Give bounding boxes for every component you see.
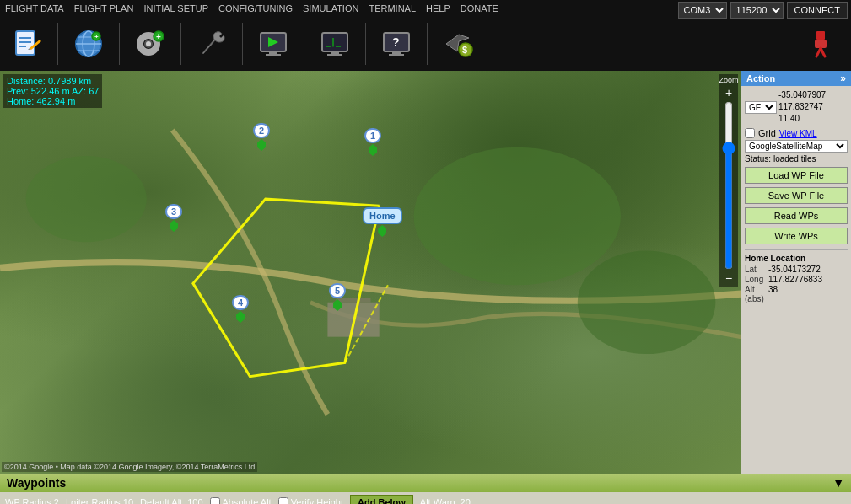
zoom-up-btn[interactable]: +: [725, 86, 732, 99]
zoom-label: Zoom: [719, 76, 739, 84]
add-below-button[interactable]: Add Below: [350, 495, 413, 504]
waypoint-3-marker[interactable]: 3: [165, 204, 182, 232]
default-alt-label: Default Alt: [140, 497, 182, 504]
action-header: Action »: [741, 71, 851, 86]
menu-flight-plan[interactable]: FLIGHT PLAN: [69, 2, 139, 15]
toolbar-simulation[interactable]: [251, 20, 295, 67]
grid-label: Grid: [758, 128, 776, 138]
waypoints-header: Waypoints ▼: [0, 474, 851, 492]
disconnect-area: [487, 27, 846, 61]
status-text: Status: loaded tiles: [745, 154, 848, 164]
toolbar-separator-1: [57, 23, 58, 65]
donate-icon: $: [441, 27, 475, 61]
home-alt-label: Alt (abs): [745, 285, 768, 303]
wp-1-label: 1: [364, 128, 381, 143]
waypoint-1-marker[interactable]: 1: [364, 128, 381, 156]
home-alt-value: 38: [768, 285, 778, 303]
menu-bar: FLIGHT DATA FLIGHT PLAN INITIAL SETUP CO…: [0, 0, 851, 17]
distance-text: Distance: 0.7989 km: [7, 76, 99, 86]
grid-checkbox[interactable]: [745, 128, 755, 138]
action-panel: Action » GEO -35.0407907 117.832747 11.4…: [741, 71, 851, 474]
menu-donate[interactable]: DONATE: [455, 2, 504, 15]
toolbar-donate[interactable]: $: [436, 20, 480, 67]
wp-2-pin: [257, 139, 266, 151]
home-lat-value: -35.04173272: [768, 265, 821, 274]
view-kml-link[interactable]: View KML: [779, 129, 817, 138]
waypoints-controls: WP Radius 2 Loiter Radius 10 Default Alt…: [0, 492, 851, 504]
toolbar-help[interactable]: ?: [374, 20, 418, 67]
loiter-radius-control: Loiter Radius 10: [66, 497, 133, 504]
coord-alt: 11.40: [778, 113, 826, 125]
coord-long: 117.832747: [778, 101, 826, 113]
home-pin: [378, 225, 386, 237]
map-type-row: GoogleSatelliteMap: [745, 140, 848, 153]
prev-text: Prev: 522.46 m AZ: 67: [7, 86, 99, 96]
alt-warn-control: Alt Warn 20: [420, 497, 471, 504]
svg-point-35: [414, 147, 621, 286]
toolbar-config[interactable]: [190, 20, 234, 67]
verify-height-checkbox[interactable]: [278, 497, 288, 504]
coord-values: -35.0407907 117.832747 11.40: [778, 89, 826, 125]
menu-initial-setup[interactable]: INITIAL SETUP: [138, 2, 213, 15]
absolute-alt-checkbox[interactable]: [210, 497, 220, 504]
svg-text:_|_: _|_: [326, 37, 342, 47]
loiter-radius-label: Loiter Radius: [66, 497, 121, 504]
expand-icon[interactable]: »: [840, 72, 846, 84]
read-wps-button[interactable]: Read WPs: [745, 207, 848, 224]
home-marker[interactable]: Home: [363, 207, 402, 237]
toolbar-separator-2: [119, 23, 120, 65]
map-container[interactable]: Distance: 0.7989 km Prev: 522.46 m AZ: 6…: [0, 71, 741, 474]
coord-type-select[interactable]: GEO: [745, 101, 777, 114]
wrench-icon: [195, 27, 229, 61]
home-alt-row: Alt (abs) 38: [745, 285, 848, 303]
alt-warn-value: 20: [461, 497, 471, 504]
menu-flight-data[interactable]: FLIGHT DATA: [0, 2, 69, 15]
toolbar-terminal[interactable]: _|_: [313, 20, 357, 67]
home-text: Home: 462.94 m: [7, 96, 99, 106]
write-icon: [10, 27, 44, 61]
action-title: Action: [746, 73, 775, 83]
zoom-slider[interactable]: [722, 101, 735, 270]
write-wps-button[interactable]: Write WPs: [745, 228, 848, 244]
home-location-section: Home Location Lat -35.04173272 Long 117.…: [745, 249, 848, 303]
waypoints-collapse-icon[interactable]: ▼: [832, 476, 844, 490]
toolbar-separator-3: [180, 23, 181, 65]
google-credit: ©2014 Google • Map data ©2014 Google Ima…: [2, 462, 257, 472]
menu-config-tuning[interactable]: CONFIG/TUNING: [213, 2, 298, 15]
toolbar-separator-5: [304, 23, 304, 65]
home-lat-row: Lat -35.04173272: [745, 265, 848, 274]
save-wp-button[interactable]: Save WP File: [745, 187, 848, 204]
map-type-select[interactable]: GoogleSatelliteMap: [745, 140, 848, 153]
toolbar-flight-plan[interactable]: +: [67, 20, 110, 67]
coord-row: GEO -35.0407907 117.832747 11.40: [745, 89, 848, 125]
waypoint-4-marker[interactable]: 4: [232, 295, 249, 323]
zoom-down-btn[interactable]: −: [725, 271, 732, 285]
map-info: Distance: 0.7989 km Prev: 522.46 m AZ: 6…: [3, 74, 102, 108]
svg-text:+: +: [94, 33, 99, 40]
wp-radius-value: 2: [54, 497, 59, 504]
home-lat-label: Lat: [745, 265, 768, 274]
load-wp-button[interactable]: Load WP File: [745, 167, 848, 184]
toolbar-flight-data[interactable]: [5, 20, 49, 67]
home-long-value: 117.82776833: [768, 275, 822, 284]
waypoint-5-marker[interactable]: 5: [329, 283, 346, 311]
toolbar-separator-4: [242, 23, 243, 65]
grid-row: Grid View KML: [745, 128, 848, 138]
zoom-bar: Zoom + −: [719, 74, 738, 287]
waypoints-title: Waypoints: [7, 476, 66, 490]
menu-help[interactable]: HELP: [421, 2, 455, 15]
connect-button[interactable]: CONNECT: [787, 2, 848, 19]
globe-icon: +: [72, 27, 105, 61]
wp-radius-control: WP Radius 2: [5, 497, 59, 504]
wp-radius-label: WP Radius: [5, 497, 51, 504]
alt-warn-label: Alt Warn: [420, 497, 455, 504]
svg-point-37: [26, 156, 147, 242]
menu-terminal[interactable]: TERMINAL: [364, 2, 421, 15]
toolbar-initial-setup[interactable]: +: [128, 20, 172, 67]
wp-3-label: 3: [165, 204, 182, 219]
com-port-select[interactable]: COM3: [678, 2, 727, 19]
menu-simulation[interactable]: SIMULATION: [298, 2, 364, 15]
baud-rate-select[interactable]: 115200: [730, 2, 784, 19]
waypoint-2-marker[interactable]: 2: [253, 123, 270, 151]
wp-3-pin: [170, 220, 178, 232]
